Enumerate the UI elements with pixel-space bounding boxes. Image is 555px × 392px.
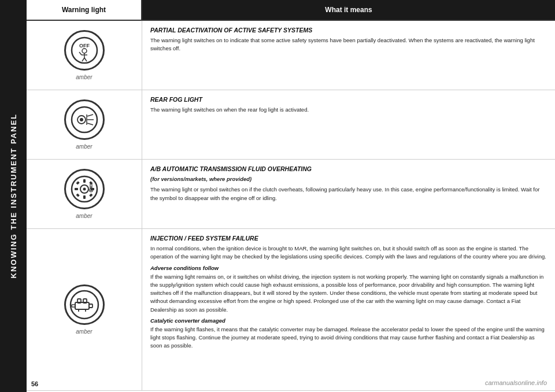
warning-icon-3 [64, 169, 105, 209]
icon-cell-4: amber [27, 229, 142, 390]
table-row: amber A/B AUTOMATIC TRANSMISSION FLUID O… [27, 160, 555, 229]
table-body: OFF amber PARTIAL DEACTIVATION OF ACTIVE… [27, 21, 555, 392]
table-row: amber INJECTION / FEED SYSTEM FAILURE In… [27, 229, 555, 391]
icon-cell-3: amber [27, 160, 142, 228]
watermark: carmanualsonline.info [485, 379, 547, 386]
svg-point-17 [83, 188, 86, 191]
entry-subtitle-4a: Adverse conditions follow [150, 265, 547, 271]
svg-rect-24 [76, 193, 79, 197]
icon-label-1: amber [76, 74, 92, 80]
text-cell-1: PARTIAL DEACTIVATION OF ACTIVE SAFETY SY… [142, 21, 555, 90]
entry-subtitle-3: (for versions/markets, where provided) [150, 175, 547, 183]
transmission-icon [69, 173, 100, 205]
svg-point-10 [80, 118, 83, 121]
svg-line-13 [87, 123, 93, 125]
svg-rect-20 [75, 188, 78, 190]
svg-rect-18 [83, 179, 86, 183]
fog-light-icon [69, 104, 100, 135]
svg-line-11 [87, 114, 93, 116]
table-header: Warning light What it means [27, 0, 555, 21]
entry-title-3: A/B AUTOMATIC TRANSMISSION FLUID OVERHEA… [150, 165, 547, 172]
icon-label-4: amber [76, 328, 92, 335]
entry-sub1-body-4: If the warning light remains on, or it s… [150, 273, 547, 314]
svg-point-29 [90, 190, 92, 191]
text-cell-2: REAR FOG LIGHT The warning light switche… [142, 90, 555, 159]
entry-body-2: The warning light switches on when the r… [150, 106, 547, 114]
svg-rect-22 [76, 181, 79, 184]
entry-subtitle-4b: Catalytic converter damaged [150, 317, 547, 324]
svg-rect-34 [89, 304, 92, 308]
warning-icon-1: OFF [64, 30, 105, 71]
svg-text:OFF: OFF [79, 43, 90, 49]
icon-cell-2: amber [27, 90, 142, 159]
table-row: amber REAR FOG LIGHT The warning light s… [27, 90, 555, 160]
sidebar: KNOWING THE INSTRUMENT PANEL [0, 0, 27, 392]
table-row: OFF amber PARTIAL DEACTIVATION OF ACTIVE… [27, 21, 555, 90]
warning-icon-2 [64, 99, 105, 140]
entry-body-1: The warning light switches on to indicat… [150, 36, 547, 53]
svg-rect-31 [75, 302, 89, 309]
entry-body-4: In normal conditions, when the ignition … [150, 245, 547, 261]
text-cell-3: A/B AUTOMATIC TRANSMISSION FLUID OVERHEA… [142, 160, 555, 228]
text-cell-4: INJECTION / FEED SYSTEM FAILURE In norma… [142, 229, 555, 390]
svg-line-5 [82, 58, 84, 61]
svg-line-6 [84, 58, 87, 61]
entry-title-2: REAR FOG LIGHT [150, 96, 547, 103]
entry-body-3: The warning light or symbol switches on … [150, 186, 547, 202]
icon-cell-1: OFF amber [27, 21, 142, 90]
svg-line-7 [79, 52, 82, 55]
entry-sub2-body-4: If the warning light flashes, it means t… [150, 326, 547, 350]
entry-title-1: PARTIAL DEACTIVATION OF ACTIVE SAFETY SY… [150, 27, 547, 34]
off-symbol-icon: OFF [69, 35, 100, 66]
engine-icon [67, 287, 102, 322]
icon-label-2: amber [76, 143, 92, 150]
svg-rect-23 [89, 193, 92, 197]
header-warning-light: Warning light [27, 0, 142, 20]
icon-label-3: amber [76, 213, 92, 219]
svg-point-2 [82, 49, 87, 53]
main-content: Warning light What it means OFF [27, 0, 555, 392]
svg-point-0 [72, 38, 97, 63]
sidebar-label: KNOWING THE INSTRUMENT PANEL [9, 113, 18, 278]
entry-title-4: INJECTION / FEED SYSTEM FAILURE [150, 235, 547, 242]
page-number: 56 [31, 380, 38, 387]
header-what-it-means: What it means [142, 0, 555, 20]
warning-icon-4 [64, 284, 105, 325]
svg-rect-19 [83, 195, 86, 199]
